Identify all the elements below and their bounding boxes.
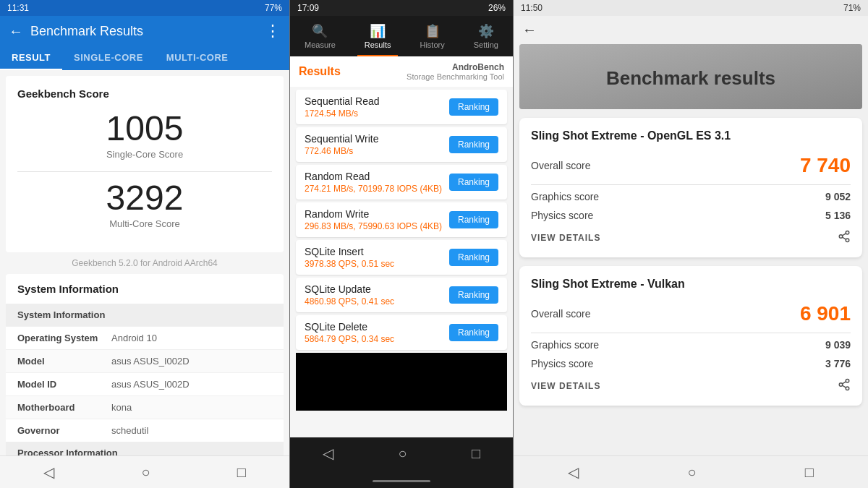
nav-back-icon-3[interactable]: ◁: [568, 463, 579, 481]
table-row: Motherboard kona: [6, 395, 284, 419]
tab-setting-label: Setting: [474, 40, 498, 49]
geekbench-panel: 11:31 77% ← Benchmark Results ⋮ RESULT S…: [0, 0, 289, 488]
system-info-section: System Information System Information Op…: [6, 274, 284, 455]
graphics-value-opengl: 9 052: [825, 191, 851, 202]
overall-label-opengl: Overall score: [531, 160, 590, 171]
nav-home-icon-2[interactable]: ○: [398, 445, 407, 462]
row-val: asus ASUS_I002D: [111, 379, 272, 390]
bench-info: Random Read 274.21 MB/s, 70199.78 IOPS (…: [305, 171, 449, 194]
nav-recent-icon-1[interactable]: □: [237, 464, 246, 481]
tab-measure[interactable]: 🔍 Measure: [297, 19, 343, 56]
nav-back-icon-1[interactable]: ◁: [43, 463, 54, 481]
home-indicator: [290, 469, 513, 488]
row-val: schedutil: [111, 425, 272, 436]
tab-setting[interactable]: ⚙️ Setting: [467, 19, 506, 56]
share-icon-opengl[interactable]: [838, 230, 851, 246]
row-val: asus ASUS_I002D: [111, 356, 272, 367]
bench-value: 296.83 MB/s, 75990.63 IOPS (4KB): [305, 221, 449, 231]
androbench-logo: AndroBench Storage Benchmarking Tool: [407, 62, 504, 81]
3dmark-panel: 11:50 71% ← Benchmark results Sling Shot…: [514, 0, 868, 488]
results-label: Results: [299, 65, 341, 78]
overall-score-row-vulkan: Overall score 6 901: [531, 302, 851, 325]
tab-results[interactable]: 📊 Results: [357, 19, 399, 56]
results-header: Results AndroBench Storage Benchmarking …: [290, 56, 513, 87]
card-title-vulkan: Sling Shot Extreme - Vulkan: [531, 278, 851, 291]
tab-multi-core[interactable]: MULTI-CORE: [155, 46, 240, 70]
results-icon: 📊: [370, 23, 386, 39]
nav-home-icon-3[interactable]: ○: [687, 464, 696, 481]
content-1: Geekbench Score 1005 Single-Core Score 3…: [0, 70, 289, 455]
nav-back-icon-2[interactable]: ◁: [323, 445, 333, 462]
back-icon-3[interactable]: ←: [522, 22, 537, 38]
bench-info: Sequential Read 1724.54 MB/s: [305, 95, 449, 119]
bench-value: 4860.98 QPS, 0.41 sec: [305, 296, 449, 307]
tabs-2: 🔍 Measure 📊 Results 📋 History ⚙️ Setting: [290, 16, 513, 56]
overall-score-row-opengl: Overall score 7 740: [531, 154, 851, 177]
bench-name: Sequential Read: [305, 95, 449, 107]
svg-line-6: [842, 234, 846, 236]
status-bar-2: 17:09 26%: [290, 0, 513, 16]
graphics-label-vulkan: Graphics score: [531, 339, 599, 351]
black-region: [296, 353, 507, 411]
time-3: 11:50: [521, 3, 542, 13]
physics-label-opengl: Physics score: [531, 210, 593, 221]
ranking-button-seq-read[interactable]: Ranking: [449, 98, 498, 116]
bench-name: SQLite Delete: [305, 321, 449, 333]
share-icon-vulkan[interactable]: [838, 378, 851, 394]
ranking-button-rand-read[interactable]: Ranking: [449, 174, 498, 191]
ranking-button-sqlite-insert[interactable]: Ranking: [449, 249, 498, 266]
bench-value: 274.21 MB/s, 70199.78 IOPS (4KB): [305, 184, 449, 194]
bench-value: 5864.79 QPS, 0.34 sec: [305, 334, 449, 344]
svg-line-10: [842, 385, 846, 388]
back-icon-1[interactable]: ←: [9, 23, 23, 40]
status-bar-3: 11:50 71%: [514, 0, 868, 16]
bench-info: SQLite Insert 3978.38 QPS, 0.51 sec: [305, 246, 449, 269]
content-2: Results AndroBench Storage Benchmarking …: [290, 56, 513, 437]
logo-subtitle: Storage Benchmarking Tool: [407, 72, 504, 81]
version-text: Geekbench 5.2.0 for Android AArch64: [6, 258, 284, 268]
benchmark-row-sqlite-insert: SQLite Insert 3978.38 QPS, 0.51 sec Rank…: [296, 240, 507, 275]
bench-name: Random Read: [305, 171, 449, 182]
tab-history[interactable]: 📋 History: [412, 19, 451, 56]
card-opengl: Sling Shot Extreme - OpenGL ES 3.1 Overa…: [519, 118, 862, 257]
ranking-button-sqlite-delete[interactable]: Ranking: [449, 324, 498, 341]
card-divider-1: [531, 184, 851, 185]
row-key: Model ID: [17, 379, 111, 390]
tab-result[interactable]: RESULT: [0, 46, 62, 70]
graphics-value-vulkan: 9 039: [825, 339, 851, 351]
table-row: Operating System Android 10: [6, 326, 284, 349]
svg-point-3: [839, 235, 843, 239]
overall-value-opengl: 7 740: [800, 154, 851, 177]
benchmark-row-sqlite-delete: SQLite Delete 5864.79 QPS, 0.34 sec Rank…: [296, 315, 507, 350]
svg-point-4: [846, 239, 849, 242]
physics-label-vulkan: Physics score: [531, 358, 593, 369]
view-details-vulkan[interactable]: VIEW DETAILS: [531, 381, 600, 391]
tab-single-core[interactable]: SINGLE-CORE: [62, 46, 155, 70]
single-core-block: 1005 Single-Core Score: [17, 111, 272, 160]
row-key: Governor: [17, 425, 111, 436]
nav-bar-3: ◁ ○ □: [514, 455, 868, 488]
svg-line-11: [842, 382, 846, 384]
content-3: Benchmark results Sling Shot Extreme - O…: [514, 44, 868, 455]
toolbar-1: ← Benchmark Results ⋮: [0, 16, 289, 46]
menu-icon-1[interactable]: ⋮: [265, 22, 281, 40]
time-1: 11:31: [7, 3, 29, 13]
card-vulkan: Sling Shot Extreme - Vulkan Overall scor…: [519, 266, 862, 406]
physics-value-vulkan: 3 776: [825, 358, 851, 369]
graphics-label-opengl: Graphics score: [531, 191, 599, 202]
nav-home-icon-1[interactable]: ○: [141, 464, 150, 481]
view-details-opengl[interactable]: VIEW DETAILS: [531, 233, 600, 243]
physics-value-opengl: 5 136: [825, 210, 851, 221]
row-key: Operating System: [17, 333, 111, 343]
graphics-score-row-opengl: Graphics score 9 052: [531, 191, 851, 202]
multi-core-block: 3292 Multi-Core Score: [17, 181, 272, 229]
ranking-button-rand-write[interactable]: Ranking: [449, 211, 498, 228]
nav-recent-icon-3[interactable]: □: [805, 464, 814, 481]
proc-table-header: Processor Information: [6, 442, 284, 455]
nav-recent-icon-2[interactable]: □: [472, 445, 480, 462]
ranking-button-sqlite-update[interactable]: Ranking: [449, 286, 498, 304]
svg-point-7: [846, 380, 849, 383]
bench-value: 772.46 MB/s: [305, 146, 449, 156]
sys-info-title: System Information: [6, 274, 284, 304]
ranking-button-seq-write[interactable]: Ranking: [449, 136, 498, 153]
